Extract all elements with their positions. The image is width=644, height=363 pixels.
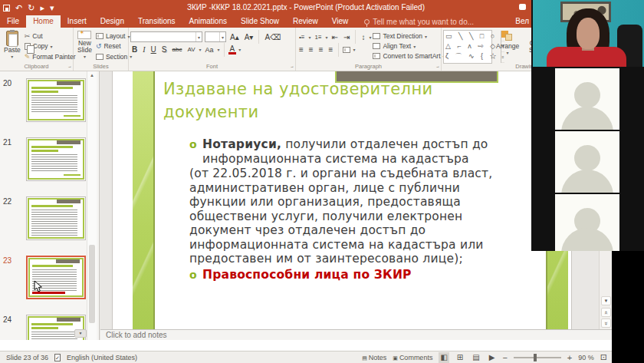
change-case-button[interactable]: Aa (203, 46, 215, 54)
decrease-font-icon[interactable]: A▾ (243, 33, 255, 41)
cut-button[interactable]: ✂Cut (25, 31, 76, 41)
decrease-indent-icon[interactable]: ⇤ (330, 33, 340, 41)
clipboard-dialog-launcher[interactable]: ⌐ (68, 65, 71, 70)
clear-formatting-icon[interactable]: A⌫ (263, 33, 282, 41)
account-name[interactable]: Вел (515, 15, 529, 28)
character-spacing-button[interactable]: AV (186, 46, 196, 53)
strikethrough-button[interactable]: abc (170, 46, 183, 53)
italic-button[interactable]: I (141, 45, 146, 54)
slide[interactable]: Издаване на удостоверителни документи oН… (113, 71, 571, 332)
increase-font-icon[interactable]: A▴ (228, 33, 241, 41)
scroll-down-icon[interactable]: ▼ (601, 296, 611, 305)
thumbnail-slide-22[interactable] (26, 196, 86, 240)
participant-tile-1[interactable] (555, 68, 619, 130)
font-color-button[interactable]: A (228, 45, 237, 54)
bold-button[interactable]: B (130, 45, 139, 54)
zoom-slider-handle[interactable] (534, 354, 537, 361)
tab-transitions[interactable]: Transitions (131, 15, 182, 28)
slide-title[interactable]: Издаване на удостоверителни документи (163, 78, 524, 124)
reading-view-button[interactable]: ▤ (471, 352, 481, 363)
language-indicator[interactable]: English (United States) (67, 354, 137, 361)
cut-icon: ✂ (25, 32, 31, 40)
paste-button[interactable]: Paste▾ (2, 30, 23, 61)
align-right-icon[interactable]: ≡ (317, 45, 325, 54)
powerpoint-window: ↶ ↻ ▸ ▾ ЗКИР -КККР 18.02.2021.pptx - Pow… (0, 0, 612, 363)
font-group-label: Font (129, 63, 295, 70)
comments-toggle[interactable]: ▣ Comments (393, 354, 432, 361)
arrange-icon (501, 31, 514, 41)
thumb-number-24: 24 (3, 315, 12, 324)
previous-slide-button[interactable]: « (601, 308, 611, 317)
tab-file[interactable]: File (0, 15, 26, 28)
font-name-combo[interactable]: ▾ (130, 31, 202, 42)
zoom-percentage[interactable]: 90 % (578, 354, 594, 361)
paragraph-dialog-launcher[interactable]: ⌐ (436, 65, 439, 70)
text-shadow-button[interactable]: S (160, 45, 169, 54)
tab-home[interactable]: Home (26, 15, 61, 28)
underline-button[interactable]: U (150, 45, 158, 54)
ribbon-display-options-icon[interactable] (519, 4, 526, 10)
thumbnail-scrollbar[interactable]: ▲ ▼ (87, 71, 97, 340)
reset-button[interactable]: ↺Reset (96, 41, 132, 51)
slide-thumbnail-panel: 20 21 22 23 24 ▲ ▼ (0, 71, 100, 340)
tab-animations[interactable]: Animations (182, 15, 234, 28)
increase-indent-icon[interactable]: ⇥ (342, 33, 351, 41)
next-slide-button[interactable]: » (601, 318, 611, 328)
spell-check-icon[interactable] (54, 354, 61, 361)
tab-design[interactable]: Design (94, 15, 131, 28)
mouse-cursor (34, 280, 43, 292)
notes-toggle[interactable]: ▤ Notes (362, 354, 386, 361)
shapes-gallery[interactable]: ▭ ╲ ╲ □ ○ △ ⌐ ʌ ⇨ ◇ ζ ⌒ ∿ { ☆ ▲ ▼ ≡ (443, 30, 492, 64)
section-button[interactable]: Section▾ (96, 52, 132, 61)
thumbnail-slide-20[interactable] (26, 78, 86, 122)
columns-icon[interactable] (343, 47, 350, 53)
avatar-silhouette-icon (574, 145, 600, 171)
tab-insert[interactable]: Insert (61, 15, 94, 28)
normal-view-button[interactable]: ◧ (439, 352, 449, 363)
align-text-button[interactable]: Align Text▾ (373, 41, 445, 51)
align-center-icon[interactable]: ≡ (307, 45, 315, 54)
thumbnail-slide-23-selected[interactable] (26, 256, 86, 299)
numbering-icon[interactable]: 1≡ (313, 34, 323, 41)
webcam-video-tile[interactable] (533, 0, 644, 67)
new-slide-button[interactable]: New Slide▾ (75, 30, 94, 61)
font-size-combo[interactable]: ▾ (205, 31, 226, 42)
line-spacing-icon[interactable]: ↕ (360, 33, 366, 41)
slide-sorter-view-button[interactable]: ⊞ (455, 352, 465, 363)
thumbnail-scroll-down-icon[interactable]: ▼ (74, 329, 87, 338)
lightbulb-icon (364, 19, 370, 25)
zoom-slider[interactable] (514, 357, 561, 358)
participant-tile-2[interactable] (555, 131, 619, 193)
thumbnail-scroll-up-icon[interactable]: ▲ (87, 73, 97, 78)
arrange-button[interactable]: Arrange▾ (494, 30, 521, 61)
smartart-button[interactable]: Convert to SmartArt▾ (373, 51, 445, 61)
fit-to-window-icon[interactable]: ⊡ (600, 352, 607, 362)
shapes-row-1[interactable]: ▭ ╲ ╲ □ ○ (445, 31, 499, 41)
copy-button[interactable]: Copy▾ (25, 41, 76, 51)
slide-body[interactable]: oНотариуси, получили отдалечен достъп до… (189, 137, 518, 282)
slideshow-view-button[interactable]: ▶ (488, 352, 497, 363)
tab-view[interactable]: View (325, 15, 356, 28)
zoom-out-icon[interactable]: − (502, 353, 507, 362)
justify-icon[interactable]: ≡ (327, 45, 335, 54)
shapes-row-3[interactable]: ζ ⌒ ∿ { ☆ (445, 51, 499, 61)
clipboard-group-label: Clipboard (0, 63, 73, 70)
thumbnail-slide-21[interactable] (26, 137, 86, 181)
tab-review[interactable]: Review (286, 15, 325, 28)
bullet-item-licensed-persons: oПравоспособни лица по ЗКИР (189, 268, 518, 282)
bullets-icon[interactable]: •≡ (297, 34, 306, 41)
participant-tile-3[interactable] (555, 194, 619, 251)
paragraph-detail: (от 22.05.2018 г. и органи на съдебната … (189, 167, 518, 266)
font-dialog-launcher[interactable]: ⌐ (291, 65, 294, 70)
layout-button[interactable]: Layout▾ (96, 31, 132, 41)
paragraph-group-label: Paragraph (296, 63, 441, 70)
shapes-row-2[interactable]: △ ⌐ ʌ ⇨ ◇ (445, 41, 499, 51)
thumbnail-scrollbar-thumb[interactable] (89, 245, 95, 323)
zoom-in-icon[interactable]: + (567, 353, 572, 362)
slides-group-label: Slides (74, 63, 128, 70)
tab-slideshow[interactable]: Slide Show (234, 15, 286, 28)
text-direction-button[interactable]: Text Direction▾ (373, 31, 445, 41)
notes-pane[interactable]: Click to add notes (100, 329, 612, 340)
tell-me-box[interactable]: Tell me what you want to do... (355, 15, 474, 28)
align-left-icon[interactable]: ≡ (297, 45, 305, 54)
